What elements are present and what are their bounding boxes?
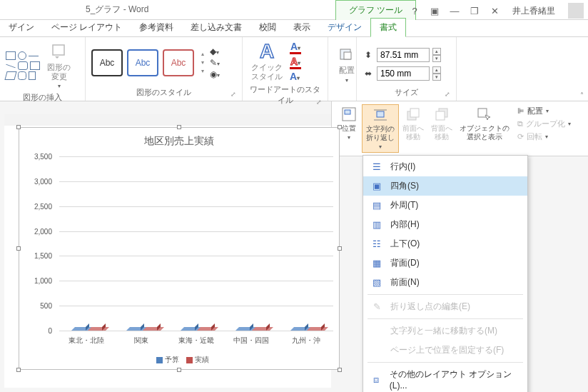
y-tick: 2,500 (34, 202, 52, 210)
x-tick: 九州・沖 (278, 333, 333, 346)
align-button[interactable]: ⊫配置▾ (517, 106, 571, 116)
tab-page-layout[interactable]: ページ レイアウト (43, 19, 131, 36)
tab-mailings[interactable]: 差し込み文書 (182, 19, 250, 36)
text-fill-button[interactable]: A▾ (290, 41, 301, 54)
selection-pane-button[interactable]: オブジェクトの 選択と表示 (456, 104, 513, 153)
rotate-button: ⟳回転▾ (517, 131, 571, 142)
gridline (59, 231, 333, 232)
tab-design-partial[interactable]: ザイン (0, 19, 43, 36)
shape-style-2[interactable]: Abc (127, 49, 158, 76)
wrap-behind-icon: ▦ (370, 258, 383, 269)
shape-effects-button[interactable]: ◉▾ (210, 69, 220, 79)
wordart-dialog-launcher[interactable]: ⤢ (316, 99, 322, 106)
gridline (59, 206, 333, 207)
shape-outline-button[interactable]: ✎▾ (210, 58, 220, 68)
height-icon: ⬍ (363, 49, 374, 61)
send-backward-button: 背面へ 移動 (427, 104, 456, 153)
gridline (59, 306, 333, 306)
tab-view[interactable]: 表示 (285, 19, 319, 36)
wrap-text-button[interactable]: 文字列の 折り返し▾ (362, 104, 399, 153)
arrange-icon (337, 44, 357, 64)
x-tick: 東海・近畿 (169, 333, 224, 346)
tab-chart-format[interactable]: 書式 (370, 18, 406, 37)
resize-handle-tr[interactable] (338, 125, 342, 129)
bring-forward-button: 前面へ 移動 (399, 104, 427, 153)
shape-width-input[interactable] (377, 66, 430, 81)
chart-plot-area[interactable] (59, 156, 333, 331)
shape-style-3[interactable]: Abc (163, 49, 194, 76)
resize-handle-mr[interactable] (338, 246, 342, 251)
wrap-tight-item[interactable]: ▤外周(T) (363, 196, 527, 215)
tab-review[interactable]: 校閲 (250, 19, 285, 36)
resize-handle-tl[interactable] (16, 125, 21, 129)
group-label-wordart-styles: ワードアートのスタイル⤢ (248, 83, 322, 107)
y-tick: 500 (40, 302, 52, 310)
text-outline-button[interactable]: A▾ (290, 56, 301, 69)
minimize-button[interactable]: — (450, 6, 460, 16)
resize-handle-bl[interactable] (16, 368, 21, 372)
wrap-inline-icon: ☰ (370, 161, 383, 173)
legend-swatch (186, 357, 193, 363)
resize-handle-br[interactable] (338, 368, 342, 372)
close-button[interactable]: ✕ (490, 6, 500, 16)
align-icon: ⊫ (517, 106, 524, 116)
width-spinner[interactable]: ▴▾ (432, 66, 441, 81)
wrap-square-item[interactable]: ▣四角(S) (363, 176, 527, 196)
more-layout-icon: ⧈ (370, 374, 382, 386)
wrap-topbottom-icon: ☷ (370, 238, 383, 250)
title-bar: 5_グラフ - Word グラフ ツール ? ▣ — ❐ ✕ 井上香緒里 (0, 0, 588, 20)
shape-fill-button[interactable]: ◆▾ (210, 46, 219, 56)
resize-handle-bm[interactable] (177, 368, 181, 372)
user-avatar[interactable] (568, 3, 584, 19)
x-tick: 関東 (114, 333, 169, 346)
position-icon (340, 106, 358, 123)
arrange-panel: 位置▾ 文字列の 折り返し▾ 前面へ 移動 背面へ 移動 オブジェクトの 選択と… (331, 101, 588, 156)
chart-legend[interactable]: 予算実績 (19, 355, 339, 365)
shape-style-expand[interactable]: ▴▾▾ (200, 50, 206, 76)
gridline (59, 156, 333, 157)
collapse-ribbon-button[interactable]: ˄ (580, 91, 584, 99)
wrap-infront-item[interactable]: ▧前面(N) (363, 273, 527, 292)
group-button: ⧉グループ化▾ (517, 119, 571, 129)
wrap-more-layout-item[interactable]: ⧈その他のレイアウト オプション(L)... (363, 365, 527, 392)
y-tick: 1,500 (34, 252, 52, 260)
ribbon-tabs: ザイン ページ レイアウト 参考資料 差し込み文書 校閲 表示 デザイン 書式 (0, 20, 588, 37)
wrap-inline-item[interactable]: ☰行内(I) (363, 157, 527, 176)
wrap-square-icon: ▣ (370, 181, 383, 192)
tab-references[interactable]: 参考資料 (131, 19, 182, 36)
wrap-through-item[interactable]: ▥内部(H) (363, 215, 527, 234)
resize-handle-tm[interactable] (177, 125, 181, 129)
shape-styles-dialog-launcher[interactable]: ⤢ (230, 91, 236, 98)
group-icon: ⧉ (517, 119, 523, 129)
edit-points-icon: ✎ (370, 301, 383, 313)
height-spinner[interactable]: ▴▾ (432, 48, 441, 62)
rotate-icon: ⟳ (517, 132, 524, 141)
tab-chart-design[interactable]: デザイン (319, 19, 370, 36)
chart-title[interactable]: 地区別売上実績 (19, 128, 339, 152)
ribbon: 図形の 変更 ▾ 図形の挿入 Abc Abc Abc ▴▾▾ ◆▾ ✎▾ ◉▾ … (0, 37, 588, 101)
text-effects-button[interactable]: A▾ (290, 71, 300, 82)
chart-object[interactable]: 地区別売上実績 05001,0001,5002,0002,5003,0003,5… (19, 127, 340, 370)
ribbon-display-options-button[interactable]: ▣ (430, 6, 440, 16)
group-label-size: サイズ⤢ (363, 86, 450, 99)
shape-gallery[interactable] (6, 51, 40, 80)
arrange-button-small[interactable]: 配置 ▾ (334, 43, 360, 84)
change-shape-button[interactable]: 図形の 変更 ▾ (44, 40, 74, 91)
legend-swatch (156, 357, 163, 363)
restore-button[interactable]: ❐ (470, 6, 480, 16)
shape-style-1[interactable]: Abc (91, 49, 123, 76)
shape-height-input[interactable] (377, 48, 430, 62)
svg-rect-9 (410, 109, 419, 117)
wrap-topbottom-item[interactable]: ☷上下(O) (363, 234, 527, 253)
group-label-insert-shapes: 図形の挿入 (6, 91, 79, 104)
horizontal-ruler[interactable] (4, 114, 331, 126)
wrap-behind-item[interactable]: ▦背面(D) (363, 253, 527, 273)
size-dialog-launcher[interactable]: ⤢ (445, 91, 450, 98)
send-backward-icon (432, 106, 451, 123)
wrap-through-icon: ▥ (370, 219, 383, 231)
help-button[interactable]: ? (410, 6, 420, 16)
y-tick: 0 (48, 327, 52, 335)
quick-styles-button[interactable]: A クイック スタイル (248, 40, 285, 83)
svg-rect-2 (344, 52, 351, 59)
x-tick: 中国・四国 (223, 333, 278, 346)
